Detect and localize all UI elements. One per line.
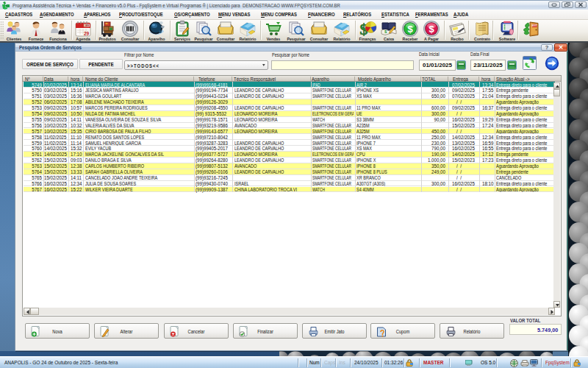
svg-text:$: $ — [429, 24, 434, 35]
svg-text:EXIT: EXIT — [531, 24, 537, 27]
svg-text:$: $ — [407, 24, 413, 35]
svg-text:29: 29 — [83, 31, 89, 36]
svg-text:JAN: JAN — [84, 24, 89, 27]
